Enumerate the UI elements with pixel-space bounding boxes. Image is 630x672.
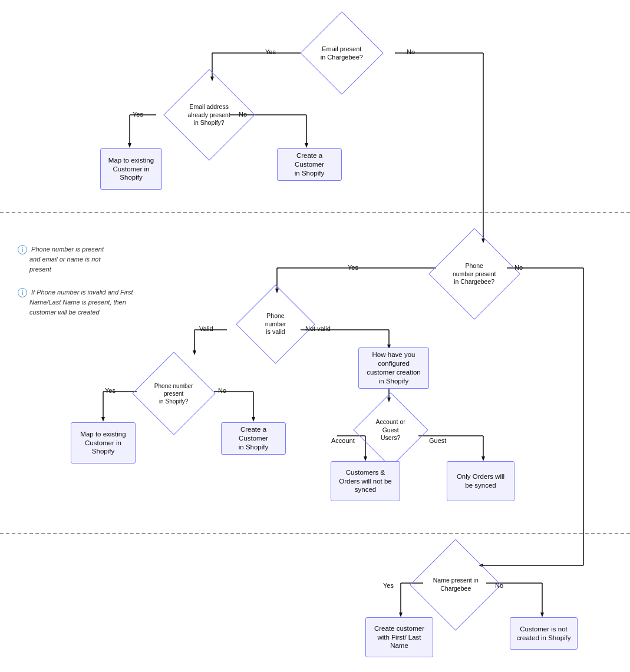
map-existing-2-rect: Map to existingCustomer inShopify bbox=[71, 422, 136, 464]
info-line4: If Phone number is invalid and First bbox=[31, 289, 133, 296]
map-existing-2-label: Map to existingCustomer inShopify bbox=[80, 430, 126, 456]
guest-label: Guest bbox=[429, 437, 446, 444]
create-customer-1-rect: Create a Customerin Shopify bbox=[277, 148, 342, 181]
map-existing-1-label: Map to existingCustomer inShopify bbox=[108, 156, 154, 183]
yes-label-2: Yes bbox=[133, 111, 143, 118]
no-label-1: No bbox=[407, 48, 415, 55]
yes-label-3: Yes bbox=[348, 264, 358, 271]
dashed-line-1 bbox=[0, 212, 630, 213]
how-configured-rect: How have youconfiguredcustomer creationi… bbox=[358, 347, 429, 389]
not-synced-label: Customers &Orders will not besynced bbox=[339, 468, 391, 495]
phone-valid-label: Phonenumberis valid bbox=[248, 312, 304, 336]
info-icon-2: i bbox=[18, 288, 27, 297]
flowchart: Email presentin Chargebee? Yes No Email … bbox=[0, 0, 630, 672]
info-line1: Phone number is present bbox=[31, 246, 104, 253]
no-label-2: No bbox=[239, 111, 247, 118]
account-guest-label: Account orGuestUsers? bbox=[364, 418, 417, 442]
name-present-label: Name present inChargebee bbox=[423, 577, 488, 592]
email-present-diamond: Email presentin Chargebee? bbox=[300, 11, 383, 94]
info-line6: customer will be created bbox=[29, 309, 100, 316]
info-line3: present bbox=[29, 266, 51, 273]
yes-label-1: Yes bbox=[265, 48, 276, 55]
phone-in-shopify-diamond: Phone numberpresentin Shopify? bbox=[132, 352, 215, 435]
email-present-label: Email presentin Chargebee? bbox=[313, 45, 371, 62]
create-customer-1-label: Create a Customerin Shopify bbox=[282, 151, 337, 178]
svg-marker-34 bbox=[364, 456, 367, 461]
phone-present-label: Phonenumber presentin Chargebee? bbox=[442, 262, 507, 286]
svg-marker-10 bbox=[305, 143, 308, 148]
info-icon-1: i bbox=[18, 245, 27, 254]
not-valid-label: Not valid bbox=[305, 325, 331, 332]
create-customer-2-rect: Create a Customerin Shopify bbox=[221, 422, 286, 455]
not-created-label: Customer is notcreated in Shopify bbox=[516, 625, 570, 643]
account-label: Account bbox=[331, 437, 355, 444]
svg-marker-20 bbox=[193, 350, 196, 355]
only-orders-rect: Only Orders willbe synced bbox=[447, 461, 514, 501]
valid-label: Valid bbox=[199, 325, 213, 332]
svg-marker-26 bbox=[101, 417, 105, 422]
email-in-shopify-label: Email addressalready presentin Shopify? bbox=[177, 103, 242, 127]
how-configured-label: How have youconfiguredcustomer creationi… bbox=[367, 350, 420, 386]
svg-marker-29 bbox=[252, 417, 255, 422]
svg-marker-43 bbox=[399, 613, 403, 617]
yes-label-4: Yes bbox=[105, 387, 116, 394]
no-label-4: No bbox=[218, 387, 226, 394]
phone-in-shopify-label: Phone numberpresentin Shopify? bbox=[144, 382, 203, 405]
map-existing-1-rect: Map to existingCustomer inShopify bbox=[100, 148, 162, 190]
create-with-name-label: Create customerwith First/ LastName bbox=[374, 624, 424, 651]
yes-label-5: Yes bbox=[383, 582, 394, 589]
info-block-2: i If Phone number is invalid and First N… bbox=[18, 287, 165, 317]
svg-marker-46 bbox=[540, 613, 544, 617]
info-block-1: i Phone number is present and email or n… bbox=[18, 244, 159, 274]
no-label-3: No bbox=[514, 264, 523, 271]
not-synced-rect: Customers &Orders will not besynced bbox=[331, 461, 400, 501]
create-with-name-rect: Create customerwith First/ LastName bbox=[365, 617, 433, 657]
arrows-svg bbox=[0, 0, 630, 672]
phone-present-diamond: Phonenumber presentin Chargebee? bbox=[428, 228, 520, 320]
phone-valid-diamond: Phonenumberis valid bbox=[236, 284, 315, 363]
svg-marker-7 bbox=[128, 143, 131, 148]
dashed-line-2 bbox=[0, 533, 630, 534]
info-line5: Name/Last Name is present, then bbox=[29, 299, 126, 306]
no-label-5: No bbox=[495, 582, 503, 589]
create-customer-2-label: Create a Customerin Shopify bbox=[226, 425, 281, 452]
info-line2: and email or name is not bbox=[29, 256, 100, 263]
svg-marker-37 bbox=[481, 456, 485, 461]
only-orders-label: Only Orders willbe synced bbox=[457, 472, 504, 490]
account-guest-diamond: Account orGuestUsers? bbox=[353, 392, 428, 467]
not-created-rect: Customer is notcreated in Shopify bbox=[510, 617, 578, 650]
